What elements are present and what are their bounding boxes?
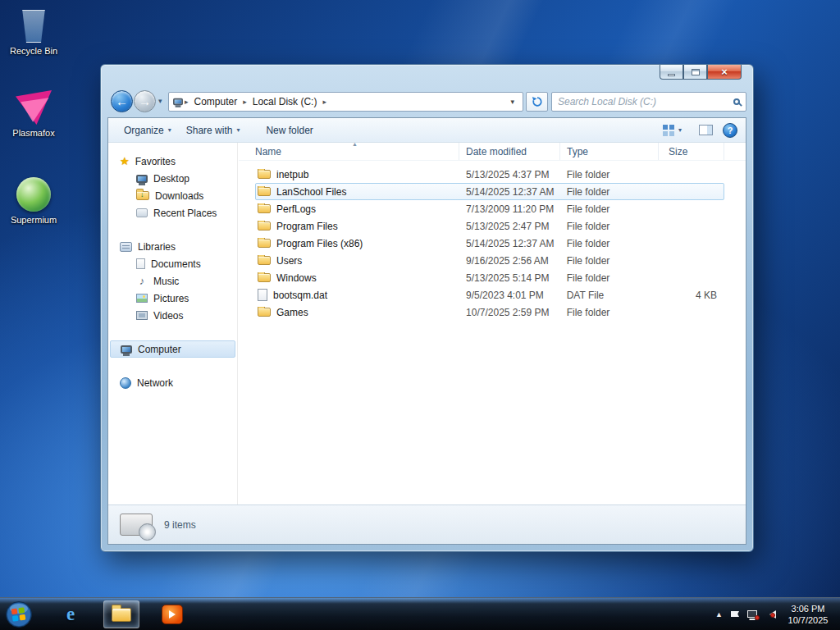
action-center-icon[interactable] (731, 611, 739, 617)
preview-pane-button[interactable] (699, 125, 713, 135)
sidebar-item-network[interactable]: Network (108, 374, 237, 391)
taskbar: e ▲ 3:06 PM 10/7/2025 (0, 597, 840, 630)
file-date: 5/13/2025 5:14 PM (459, 272, 560, 284)
documents-icon (136, 258, 145, 269)
desktop-icon (136, 175, 148, 183)
sidebar-item-label: Recent Places (153, 208, 217, 219)
address-bar[interactable]: ▸ Computer ▸ Local Disk (C:) ▸ ▾ (168, 92, 523, 112)
column-header-size[interactable]: Size (659, 143, 724, 160)
taskbar-item-windows-explorer[interactable] (103, 600, 139, 628)
file-row-bootsqm-dat[interactable]: bootsqm.dat 9/5/2023 4:01 PM DAT File 4 … (255, 286, 724, 304)
file-row-lanschool-files[interactable]: LanSchool Files 5/14/2025 12:37 AM File … (255, 183, 724, 200)
file-date: 7/13/2009 11:20 PM (459, 203, 560, 215)
sidebar-item-recent-places[interactable]: Recent Places (108, 204, 237, 221)
taskbar-clock[interactable]: 3:06 PM 10/7/2025 (781, 598, 835, 630)
search-icon[interactable] (733, 98, 740, 105)
desktop-icon-plasmafox[interactable]: Plasmafox (2, 87, 66, 138)
folder-icon (258, 308, 271, 317)
refresh-button[interactable] (526, 92, 548, 112)
search-input[interactable] (558, 96, 733, 107)
share-with-button[interactable]: Share with ▾ (179, 121, 248, 140)
sidebar-item-documents[interactable]: Documents (108, 255, 237, 272)
file-date: 9/5/2023 4:01 PM (459, 290, 560, 301)
folder-icon (258, 170, 271, 179)
file-row-program-files[interactable]: Program Files 5/13/2025 2:47 PM File fol… (255, 217, 724, 235)
sidebar-item-pictures[interactable]: Pictures (108, 290, 237, 307)
file-name: Users (276, 255, 302, 267)
tray-expand-icon[interactable]: ▲ (715, 610, 723, 619)
file-row-inetpub[interactable]: inetpub 5/13/2025 4:37 PM File folder (255, 166, 724, 183)
forward-arrow-icon: → (139, 94, 151, 108)
desktop-icon-supermium[interactable]: Supermium (2, 174, 66, 225)
file-size: 4 KB (658, 290, 724, 301)
window-titlebar[interactable] (101, 65, 753, 86)
desktop-icon-label: Plasmafox (2, 128, 66, 138)
file-row-users[interactable]: Users 9/16/2025 2:56 AM File folder (255, 252, 724, 269)
file-date: 10/7/2025 2:59 PM (459, 307, 560, 318)
column-header-name[interactable]: ▲ Name (255, 143, 459, 160)
breadcrumb-separator-icon: ▸ (322, 98, 327, 106)
sidebar-item-libraries[interactable]: Libraries (108, 238, 237, 255)
close-button[interactable]: × (707, 65, 742, 80)
file-type: File folder (560, 255, 659, 267)
help-button[interactable]: ? (723, 123, 737, 138)
sidebar-item-label: Pictures (153, 293, 189, 304)
navigation-pane: ★ Favorites Desktop Downloads Recent Pla… (108, 143, 238, 504)
desktop-icon-recycle-bin[interactable]: Recycle Bin (2, 5, 66, 56)
network-status-icon[interactable] (747, 610, 757, 618)
file-date: 5/14/2025 12:37 AM (459, 186, 560, 198)
sidebar-item-music[interactable]: ♪ Music (108, 272, 237, 290)
file-row-windows[interactable]: Windows 5/13/2025 5:14 PM File folder (255, 269, 724, 286)
file-name: Program Files (276, 221, 338, 232)
breadcrumb-computer[interactable]: Computer (189, 94, 243, 110)
media-player-icon (162, 605, 183, 624)
forward-button[interactable]: → (134, 90, 156, 112)
refresh-icon (532, 96, 543, 107)
explorer-folder-icon (112, 608, 131, 622)
supermium-icon (16, 177, 51, 212)
maximize-button[interactable] (683, 65, 707, 80)
file-date: 5/13/2025 2:47 PM (459, 221, 560, 232)
new-folder-label: New folder (266, 125, 313, 136)
column-header-date-modified[interactable]: Date modified (459, 143, 560, 160)
file-type: File folder (560, 186, 659, 198)
new-folder-button[interactable]: New folder (258, 121, 320, 140)
file-name: inetpub (276, 169, 308, 180)
start-button[interactable] (5, 600, 33, 628)
file-row-games[interactable]: Games 10/7/2025 2:59 PM File folder (255, 304, 724, 321)
taskbar-item-internet-explorer[interactable]: e (52, 600, 89, 628)
window-controls: × (660, 65, 742, 80)
column-label: Type (567, 146, 588, 158)
sidebar-item-desktop[interactable]: Desktop (108, 170, 237, 187)
back-button[interactable]: ← (111, 90, 133, 112)
minimize-button[interactable] (660, 65, 683, 80)
sidebar-item-favorites[interactable]: ★ Favorites (108, 153, 237, 170)
navigation-bar: ← → ▾ ▸ Computer ▸ Local Disk (C:) ▸ ▾ (107, 86, 746, 117)
sidebar-item-videos[interactable]: Videos (108, 307, 237, 324)
file-row-perflogs[interactable]: PerfLogs 7/13/2009 11:20 PM File folder (255, 200, 724, 217)
file-row-program-files-x86[interactable]: Program Files (x86) 5/14/2025 12:37 AM F… (255, 235, 724, 252)
pictures-icon (136, 294, 148, 303)
history-dropdown[interactable]: ▾ (158, 97, 162, 105)
item-count: 9 items (164, 519, 196, 531)
column-label: Date modified (466, 146, 527, 158)
music-icon: ♪ (136, 276, 148, 286)
file-name: bootsqm.dat (273, 290, 327, 301)
sidebar-item-downloads[interactable]: Downloads (108, 187, 237, 204)
clock-time: 3:06 PM (792, 603, 825, 614)
column-header-type[interactable]: Type (560, 143, 659, 160)
change-view-button[interactable]: ▾ (655, 121, 689, 140)
file-rows: inetpub 5/13/2025 4:37 PM File folder La… (239, 161, 746, 321)
address-dropdown-icon[interactable]: ▾ (505, 94, 519, 109)
toolbar-right-group: ▾ ? (655, 121, 737, 140)
sidebar-item-computer[interactable]: Computer (110, 340, 235, 358)
file-type: File folder (560, 221, 659, 232)
volume-icon[interactable] (765, 610, 776, 619)
taskbar-item-media-player[interactable] (154, 600, 190, 628)
minimize-icon (668, 74, 675, 76)
organize-button[interactable]: Organize ▾ (116, 121, 179, 140)
file-name: Windows (276, 272, 317, 284)
breadcrumb-local-disk-c[interactable]: Local Disk (C:) (248, 94, 322, 110)
libraries-label: Libraries (138, 241, 176, 253)
sort-ascending-icon: ▲ (352, 143, 358, 147)
